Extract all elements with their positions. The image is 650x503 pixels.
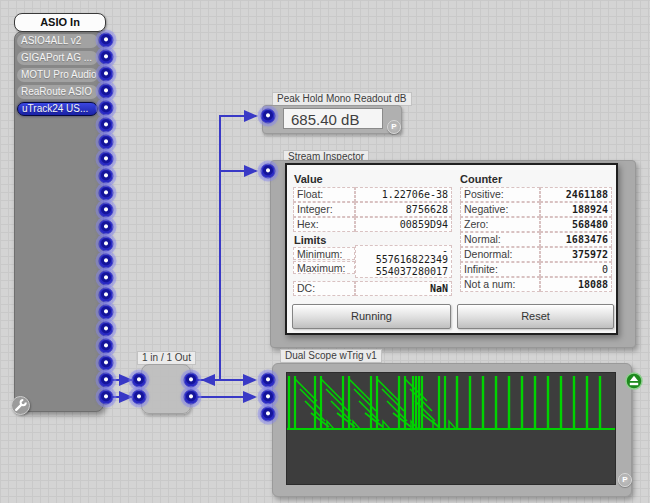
row-value: 188924 — [540, 202, 612, 217]
asio-output-port[interactable] — [99, 339, 114, 354]
row-label: Infinite: — [460, 262, 540, 277]
asio-in-module[interactable]: ASIO4ALL v2GIGAPort AG ...MOTU Pro Audio… — [14, 31, 104, 412]
asio-output-port[interactable] — [99, 305, 114, 320]
row-label: Zero: — [460, 217, 540, 232]
passthrough-input-port[interactable] — [132, 390, 147, 405]
asio-output-port[interactable] — [99, 288, 114, 303]
row-value: 2461188 — [540, 187, 612, 202]
maximum-glitch-value: 554037280017 — [376, 266, 448, 277]
scope-display — [286, 372, 616, 485]
row-value: 568480 — [540, 217, 612, 232]
scope-properties-badge[interactable]: P — [618, 473, 632, 487]
wrench-glyph — [12, 397, 29, 414]
minimum-glitch-value: 557616822349 — [376, 254, 448, 265]
inspector-row: Integer:8756628 — [293, 202, 452, 217]
passthrough-title: 1 in / 1 Out — [137, 351, 196, 365]
scope-input-port[interactable] — [261, 373, 276, 388]
inspector-row: Normal:1683476 — [460, 232, 612, 247]
row-label: Integer: — [293, 202, 355, 217]
asio-output-port[interactable] — [99, 84, 114, 99]
eject-icon — [625, 372, 643, 390]
asio-output-port[interactable] — [99, 118, 114, 133]
asio-output-port[interactable] — [99, 356, 114, 371]
peak-properties-badge[interactable]: P — [387, 120, 401, 134]
scope-module[interactable]: P — [272, 363, 632, 497]
asio-output-port[interactable] — [99, 152, 114, 167]
inspector-row: Zero:568480 — [460, 217, 612, 232]
wrench-icon[interactable] — [11, 396, 30, 415]
row-label: Float: — [293, 187, 355, 202]
device-item[interactable]: GIGAPort AG ... — [17, 51, 98, 65]
passthrough-output-port[interactable] — [184, 373, 199, 388]
running-button[interactable]: Running — [292, 304, 451, 329]
row-value: 00859D94 — [355, 217, 452, 232]
scope-waveform — [287, 373, 615, 484]
limits-section-header: Limits — [294, 234, 326, 246]
asio-output-port[interactable] — [99, 373, 114, 388]
asio-output-port[interactable] — [99, 50, 114, 65]
asio-output-port[interactable] — [99, 390, 114, 405]
peak-readout-display: 685.40 dB — [283, 108, 383, 129]
inspector-row: Float:1.22706e-38 — [293, 187, 452, 202]
value-section-header: Value — [294, 173, 323, 185]
passthrough-output-port[interactable] — [184, 390, 199, 405]
inspector-input-port[interactable] — [261, 164, 276, 179]
asio-output-port[interactable] — [99, 67, 114, 82]
row-value: 8756628 — [355, 202, 452, 217]
asio-in-title: ASIO In — [14, 13, 106, 32]
maximum-label: Maximum: — [293, 261, 355, 274]
row-label: Positive: — [460, 187, 540, 202]
dc-label: DC: — [293, 281, 355, 296]
inspector-row: Positive:2461188 — [460, 187, 612, 202]
peak-title: Peak Hold Mono Readout dB — [272, 92, 412, 106]
inspector-panel: Value Float:1.22706e-38Integer:8756628He… — [285, 163, 618, 335]
scope-input-port[interactable] — [261, 390, 276, 405]
scope-enable-badge[interactable] — [625, 372, 643, 390]
row-label: Not a num: — [460, 277, 540, 292]
asio-output-port[interactable] — [99, 101, 114, 116]
device-item[interactable]: MOTU Pro Audio — [17, 68, 98, 82]
dc-value: NaN — [355, 281, 452, 296]
inspector-row: Hex:00859D94 — [293, 217, 452, 232]
asio-output-port[interactable] — [99, 169, 114, 184]
device-item[interactable]: ASIO4ALL v2 — [17, 34, 98, 48]
counter-section-header: Counter — [460, 173, 502, 185]
limits-glitch-values: - 557616822349 554037280017 — [355, 245, 452, 278]
peak-module[interactable]: 685.40 dB P — [262, 105, 402, 134]
row-value: 1.22706e-38 — [355, 187, 452, 202]
asio-output-port[interactable] — [99, 135, 114, 150]
passthrough-module[interactable] — [141, 364, 191, 414]
asio-output-port[interactable] — [99, 322, 114, 337]
row-value: 375972 — [540, 247, 612, 262]
row-label: Hex: — [293, 217, 355, 232]
device-item-selected[interactable]: uTrack24 US... — [17, 102, 98, 116]
asio-output-port[interactable] — [99, 254, 114, 269]
reset-button[interactable]: Reset — [457, 304, 614, 329]
asio-output-port[interactable] — [99, 186, 114, 201]
asio-output-port[interactable] — [99, 237, 114, 252]
row-label: Denormal: — [460, 247, 540, 262]
asio-output-port[interactable] — [99, 271, 114, 286]
passthrough-input-port[interactable] — [132, 373, 147, 388]
row-value: 1683476 — [540, 232, 612, 247]
device-item[interactable]: ReaRoute ASIO — [17, 85, 98, 99]
inspector-row: Infinite:0 — [460, 262, 612, 277]
patch-canvas[interactable]: ASIO In ASIO4ALL v2GIGAPort AG ...MOTU P… — [0, 0, 650, 503]
asio-output-port[interactable] — [99, 33, 114, 48]
inspector-row: Not a num:18088 — [460, 277, 612, 292]
row-value: 18088 — [540, 277, 612, 292]
row-label: Negative: — [460, 202, 540, 217]
row-value: 0 — [540, 262, 612, 277]
asio-output-port[interactable] — [99, 203, 114, 218]
scope-input-port[interactable] — [261, 407, 276, 422]
scope-title: Dual Scope wTrig v1 — [280, 349, 382, 363]
peak-input-port[interactable] — [261, 109, 276, 124]
minimum-label: Minimum: — [293, 247, 355, 260]
inspector-row: Denormal:375972 — [460, 247, 612, 262]
asio-output-port[interactable] — [99, 220, 114, 235]
inspector-row: Negative:188924 — [460, 202, 612, 217]
row-label: Normal: — [460, 232, 540, 247]
